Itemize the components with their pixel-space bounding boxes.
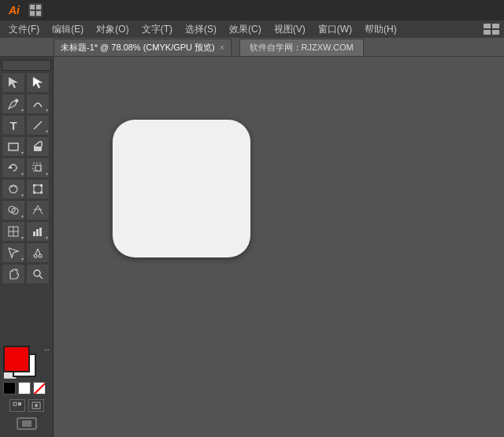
direct-selection-tool[interactable] (26, 72, 50, 93)
tool-row-warp: ▾ (2, 179, 51, 199)
svg-marker-8 (9, 77, 18, 88)
rectangle-tool[interactable]: ▾ (2, 136, 25, 157)
line-tool[interactable]: ▾ (26, 115, 50, 135)
svg-point-38 (34, 254, 37, 257)
curvature-tool[interactable]: ▾ (26, 94, 50, 114)
svg-line-14 (34, 142, 39, 146)
main-area: ▾ ▾ T ▾ ▾ (0, 57, 504, 437)
artboard (113, 120, 250, 257)
type-tool[interactable]: T (2, 115, 25, 135)
tab-close-button[interactable]: × (220, 43, 224, 52)
svg-point-47 (35, 404, 38, 407)
title-bar: Ai (0, 0, 504, 20)
menu-select[interactable]: 选择(S) (180, 21, 222, 38)
tool-row-pen: ▾ ▾ (2, 94, 51, 114)
tab-bar: 未标题-1* @ 78.08% (CMYK/GPU 预览) × 软件自学网：RJ… (0, 38, 504, 57)
svg-rect-22 (33, 184, 35, 187)
toolbar: ▾ ▾ T ▾ ▾ (0, 57, 54, 437)
artboard-layout-icon[interactable] (16, 417, 38, 431)
menu-help[interactable]: 帮助(H) (359, 21, 402, 38)
svg-point-39 (39, 254, 42, 257)
svg-rect-5 (492, 24, 499, 28)
svg-rect-4 (484, 24, 491, 28)
screen-mode-icon (3, 417, 50, 431)
color-swatches: ↔ ⬜ (3, 346, 52, 379)
svg-rect-3 (36, 11, 41, 16)
hand-tool[interactable] (2, 264, 25, 284)
document-tab[interactable]: 未标题-1* @ 78.08% (CMYK/GPU 预览) × (54, 39, 232, 56)
svg-point-10 (15, 99, 18, 102)
svg-marker-9 (33, 77, 43, 88)
svg-rect-19 (33, 163, 41, 171)
svg-line-41 (38, 249, 40, 254)
color-mode-toggle[interactable] (9, 399, 25, 412)
toolbar-ruler (2, 60, 51, 71)
svg-rect-24 (33, 191, 35, 194)
color-area: ↔ ⬜ (2, 343, 51, 434)
tool-row-builder: ▾ (2, 200, 51, 220)
tab-title: 未标题-1* @ 78.08% (CMYK/GPU 预览) (61, 42, 215, 54)
svg-marker-37 (9, 248, 18, 257)
svg-rect-45 (18, 402, 21, 406)
perspective-grid-tool[interactable] (26, 200, 50, 220)
title-bar-icon (28, 3, 43, 17)
tool-row-shape: ▾ (2, 136, 51, 157)
screen-mode-toggle[interactable] (28, 399, 44, 412)
menu-effect[interactable]: 效果(C) (224, 21, 267, 38)
scissors-tool[interactable] (26, 243, 50, 263)
svg-line-40 (35, 249, 38, 254)
menu-object[interactable]: 对象(O) (91, 21, 134, 38)
svg-rect-18 (35, 165, 41, 171)
svg-rect-44 (13, 402, 17, 406)
menu-file[interactable]: 文件(F) (3, 21, 45, 38)
svg-line-11 (34, 121, 42, 129)
svg-rect-23 (40, 184, 43, 187)
eraser-tool[interactable] (26, 136, 50, 157)
shape-builder-tool[interactable]: ▾ (2, 200, 25, 220)
tab-info: 软件自学网：RJZXW.COM (239, 39, 364, 56)
menu-window[interactable]: 窗口(W) (313, 21, 358, 38)
menu-edit[interactable]: 编辑(E) (46, 21, 89, 38)
tool-row-mesh: ▾ ▾ (2, 221, 51, 242)
svg-rect-2 (30, 11, 35, 16)
selection-tool[interactable] (2, 72, 25, 93)
pen-tool[interactable]: ▾ (2, 94, 25, 114)
solid-color-icon[interactable] (3, 382, 16, 394)
mesh-tool[interactable]: ▾ (2, 221, 25, 242)
svg-rect-0 (30, 5, 35, 9)
scale-tool[interactable]: ▾ (26, 157, 50, 178)
svg-rect-6 (484, 30, 491, 35)
canvas-area[interactable] (54, 57, 504, 437)
svg-rect-12 (9, 143, 18, 150)
bar-chart-tool[interactable]: ▾ (26, 221, 50, 242)
svg-rect-36 (39, 228, 42, 236)
tool-row-transform: ▾ ▾ (2, 157, 51, 178)
swap-colors-icon[interactable]: ↔ (43, 346, 50, 354)
svg-rect-1 (36, 5, 41, 9)
svg-rect-35 (36, 229, 39, 236)
svg-rect-49 (22, 420, 32, 427)
none-swatch-icon[interactable] (33, 382, 46, 394)
svg-rect-25 (40, 191, 43, 194)
fill-swatch[interactable] (3, 346, 30, 372)
menu-text[interactable]: 文字(T) (136, 21, 178, 38)
tool-row-nav (2, 264, 51, 284)
svg-line-43 (39, 276, 43, 279)
tool-row-selection (2, 72, 51, 93)
slice-tool[interactable]: ▾ (2, 243, 25, 263)
svg-marker-17 (8, 165, 13, 169)
color-mode-icons (3, 399, 50, 412)
swatch-mode-icons (3, 382, 50, 394)
menu-bar: 文件(F) 编辑(E) 对象(O) 文字(T) 选择(S) 效果(C) 视图(V… (0, 20, 504, 38)
svg-rect-34 (33, 231, 35, 236)
warp-tool[interactable]: ▾ (2, 179, 25, 199)
no-fill-icon[interactable] (18, 382, 31, 394)
zoom-tool[interactable] (26, 264, 50, 284)
rotate-tool[interactable]: ▾ (2, 157, 25, 178)
tool-row-slice: ▾ (2, 243, 51, 263)
free-transform-tool[interactable] (26, 179, 50, 199)
svg-rect-7 (492, 30, 499, 35)
menu-view[interactable]: 视图(V) (269, 21, 311, 38)
menu-right-icons (484, 24, 501, 35)
app-logo: Ai (6, 3, 22, 17)
